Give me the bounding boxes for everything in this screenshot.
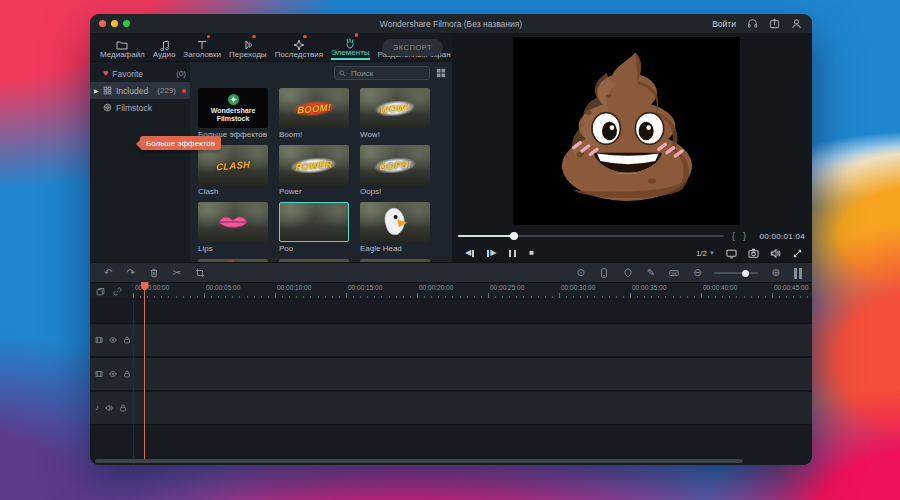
eye-icon[interactable]: [109, 370, 117, 378]
search-icon: [339, 70, 346, 77]
playback-quality-select[interactable]: 1/2▼: [696, 249, 715, 258]
sidebar-item-filmstock[interactable]: Filmstock: [90, 99, 190, 116]
zoom-button[interactable]: [123, 20, 130, 27]
share-icon[interactable]: [769, 18, 780, 29]
sidebar-item-icon: [103, 86, 112, 95]
sidebar-item-favorite[interactable]: ♥ Favorite (0): [90, 65, 190, 82]
video-track-2[interactable]: [90, 357, 812, 391]
lock-icon[interactable]: [119, 404, 127, 412]
effect-item-poo[interactable]: Poo: [279, 202, 349, 255]
phone-export-icon[interactable]: [599, 268, 609, 278]
effect-item-oops-[interactable]: OOPS! Oops!: [360, 145, 430, 198]
grid-view-icon[interactable]: [436, 68, 446, 78]
delete-icon[interactable]: [149, 268, 159, 278]
effect-item-lips[interactable]: Lips: [198, 202, 268, 255]
tab-fx[interactable]: Последствия: [271, 35, 328, 60]
edit-pen-icon[interactable]: ✎: [647, 268, 655, 278]
lock-icon[interactable]: [123, 336, 131, 344]
comic-burst-text: POWER: [288, 154, 339, 176]
zoom-out-icon[interactable]: ⊖: [693, 268, 701, 278]
tab-icon: [196, 37, 208, 49]
redo-icon[interactable]: ↷: [126, 268, 134, 278]
tab-label: Медиафайл: [100, 50, 145, 59]
notification-dot: [182, 89, 186, 93]
zoom-in-icon[interactable]: ⊕: [772, 268, 780, 278]
track-height-icon[interactable]: [794, 268, 802, 279]
close-button[interactable]: [99, 20, 106, 27]
effect-item-boom-[interactable]: BOOM! Boom!: [279, 88, 349, 141]
minimize-button[interactable]: [111, 20, 118, 27]
comic-burst-text: BOOM!: [290, 97, 338, 118]
track-header: [90, 370, 133, 378]
manage-tracks-icon[interactable]: [96, 287, 105, 296]
mark-out-icon[interactable]: }: [743, 231, 746, 241]
split-scissors-icon[interactable]: ✂: [173, 268, 181, 278]
effect-label: Clash: [198, 187, 268, 198]
tab-icon: [116, 37, 128, 49]
seek-handle[interactable]: [510, 232, 518, 240]
previous-frame-button[interactable]: ◀: [465, 249, 474, 257]
playhead[interactable]: [144, 282, 145, 462]
tab-icon: [293, 37, 305, 49]
snapshot-camera-icon[interactable]: [748, 248, 759, 259]
crop-icon[interactable]: [195, 268, 205, 278]
tab-audio[interactable]: Аудио: [149, 35, 180, 60]
shortcuts-keyboard-icon[interactable]: [669, 268, 679, 278]
ruler-header: [90, 283, 133, 299]
effect-item-eagle-head[interactable]: Eagle Head: [360, 202, 430, 255]
login-button[interactable]: Войти: [712, 19, 736, 29]
tab-folder[interactable]: Медиафайл: [96, 35, 149, 60]
speaker-icon[interactable]: [105, 404, 113, 412]
audio-note-icon[interactable]: ♪: [95, 404, 99, 412]
timeline-zoom-slider[interactable]: [714, 272, 758, 274]
play-button[interactable]: ▶: [487, 249, 496, 257]
sidebar-item-included[interactable]: ▶ Included (229): [90, 82, 190, 99]
comic-burst-text: OOPS!: [372, 154, 418, 175]
support-headset-icon[interactable]: [747, 18, 758, 29]
lock-icon[interactable]: [123, 370, 131, 378]
timeline-toolbar: ↶ ↷ ✂ ⊙ ✎ ⊖ ⊕: [90, 262, 812, 283]
effect-thumbnail: BOOM!: [279, 88, 349, 128]
timeline-tracks: ♪: [90, 298, 812, 465]
ruler-label: 00:00:10:00: [277, 284, 311, 291]
scrubber-row: { } 00:00:01:04: [452, 229, 812, 243]
effect-item-wow-[interactable]: WOW! Wow!: [360, 88, 430, 141]
undo-icon[interactable]: ↶: [104, 268, 112, 278]
effect-item-больше-эффектов[interactable]: WondershareFilmstock Больше эффектов: [198, 88, 268, 141]
effect-thumbnail: OOPS!: [360, 145, 430, 185]
tab-elements[interactable]: Элементы: [327, 33, 373, 61]
tab-trans[interactable]: Переходы: [225, 35, 271, 60]
audio-track-3[interactable]: ♪: [90, 391, 812, 425]
pause-button[interactable]: [509, 250, 516, 257]
window-title: Wondershare Filmora (Без названия): [90, 19, 812, 29]
volume-icon[interactable]: [770, 248, 781, 259]
tab-titles[interactable]: Заголовки: [179, 35, 225, 60]
stop-button[interactable]: ■: [529, 249, 534, 257]
timeline-ruler[interactable]: 00:00:00:0000:00:05:0000:00:10:0000:00:1…: [90, 282, 812, 299]
categories-sidebar: ♥ Favorite (0) ▶ Included (229) Filmstoc…: [90, 62, 190, 263]
mark-in-icon[interactable]: {: [732, 231, 735, 241]
export-button[interactable]: ЭКСПОРТ: [382, 39, 443, 56]
video-track-1[interactable]: [90, 323, 812, 357]
account-icon[interactable]: [791, 18, 802, 29]
display-device-icon[interactable]: [726, 248, 737, 259]
record-icon[interactable]: ⊙: [576, 268, 584, 278]
tab-label: Аудио: [153, 50, 176, 59]
seek-bar[interactable]: [458, 235, 724, 237]
clip-icon[interactable]: [95, 336, 103, 344]
effect-item-clash[interactable]: CLASH Clash: [198, 145, 268, 198]
clip-icon[interactable]: [95, 370, 103, 378]
search-box[interactable]: [334, 66, 430, 80]
link-clips-icon[interactable]: [113, 287, 122, 296]
fullscreen-icon[interactable]: [792, 248, 803, 259]
effect-item-power[interactable]: POWER Power: [279, 145, 349, 198]
timeline-horizontal-scrollbar[interactable]: [95, 459, 743, 463]
marker-icon[interactable]: [623, 268, 633, 278]
title-bar: Wondershare Filmora (Без названия) Войти: [90, 14, 812, 34]
zoom-slider-handle[interactable]: [742, 270, 749, 277]
track-header: [90, 336, 133, 344]
search-input[interactable]: [349, 68, 425, 79]
poop-character: [527, 46, 727, 216]
notification-dot: [303, 35, 307, 39]
eye-icon[interactable]: [109, 336, 117, 344]
